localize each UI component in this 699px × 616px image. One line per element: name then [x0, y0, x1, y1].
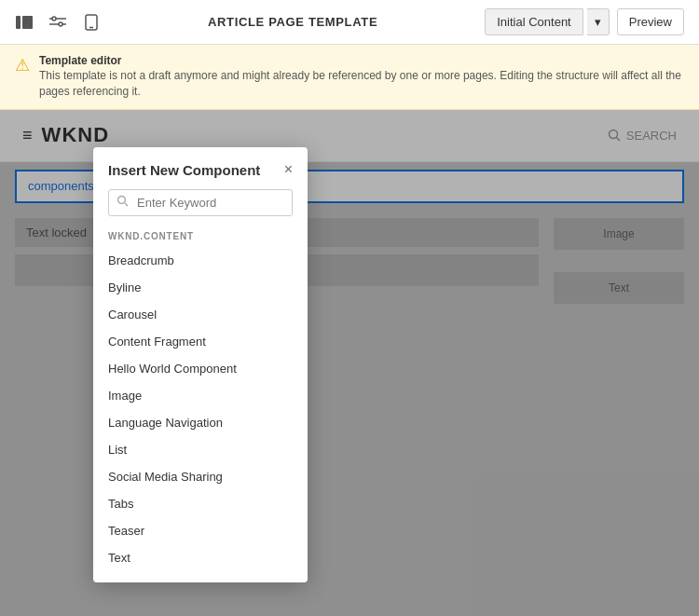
modal-close-button[interactable]: ×: [284, 162, 293, 177]
warning-content: Template editor This template is not a d…: [39, 54, 684, 100]
toolbar-right: Initial Content ▾ Preview: [485, 8, 684, 35]
warning-title: Template editor: [39, 54, 684, 67]
svg-rect-0: [16, 16, 21, 29]
warning-text: This template is not a draft anymore and…: [39, 68, 684, 100]
initial-content-button[interactable]: Initial Content: [485, 8, 583, 35]
svg-point-5: [59, 22, 62, 26]
list-item[interactable]: Language Navigation: [93, 409, 308, 436]
list-item[interactable]: Breadcrumb: [93, 247, 308, 274]
sliders-icon[interactable]: [48, 13, 67, 32]
list-item[interactable]: Text: [93, 544, 308, 571]
insert-component-modal: Insert New Component × WKND.CONTENT Brea…: [93, 147, 308, 582]
mobile-icon[interactable]: [82, 13, 101, 32]
list-item[interactable]: Social Media Sharing: [93, 463, 308, 490]
modal-overlay: Insert New Component × WKND.CONTENT Brea…: [0, 110, 699, 616]
modal-search-icon: [116, 195, 129, 210]
list-item[interactable]: List: [93, 436, 308, 463]
svg-point-10: [118, 197, 126, 204]
svg-line-11: [125, 203, 128, 206]
warning-icon: ⚠: [15, 55, 30, 75]
list-item[interactable]: Tabs: [93, 490, 308, 517]
preview-button[interactable]: Preview: [617, 8, 684, 35]
modal-items-list: BreadcrumbBylineCarouselContent Fragment…: [93, 247, 308, 582]
list-item[interactable]: Byline: [93, 274, 308, 301]
svg-rect-1: [22, 16, 33, 29]
list-item[interactable]: Image: [93, 382, 308, 409]
keyword-search-input[interactable]: [108, 189, 293, 216]
modal-header: Insert New Component ×: [93, 147, 308, 189]
modal-section-label: WKND.CONTENT: [93, 227, 308, 247]
warning-bar: ⚠ Template editor This template is not a…: [0, 45, 699, 110]
list-item[interactable]: Carousel: [93, 301, 308, 328]
initial-content-dropdown[interactable]: ▾: [587, 8, 610, 35]
top-toolbar: ARTICLE PAGE TEMPLATE Initial Content ▾ …: [0, 0, 699, 45]
list-item[interactable]: Hello World Component: [93, 355, 308, 382]
modal-search-container: [108, 189, 293, 216]
toolbar-left: [15, 13, 101, 32]
svg-point-4: [52, 17, 56, 21]
panel-icon[interactable]: [15, 13, 34, 32]
page-canvas: ≡ WKND SEARCH components here Text locke…: [0, 110, 699, 616]
list-item[interactable]: Content Fragment: [93, 328, 308, 355]
page-title: ARTICLE PAGE TEMPLATE: [208, 15, 377, 29]
list-item[interactable]: Teaser: [93, 517, 308, 544]
modal-title: Insert New Component: [108, 162, 260, 178]
